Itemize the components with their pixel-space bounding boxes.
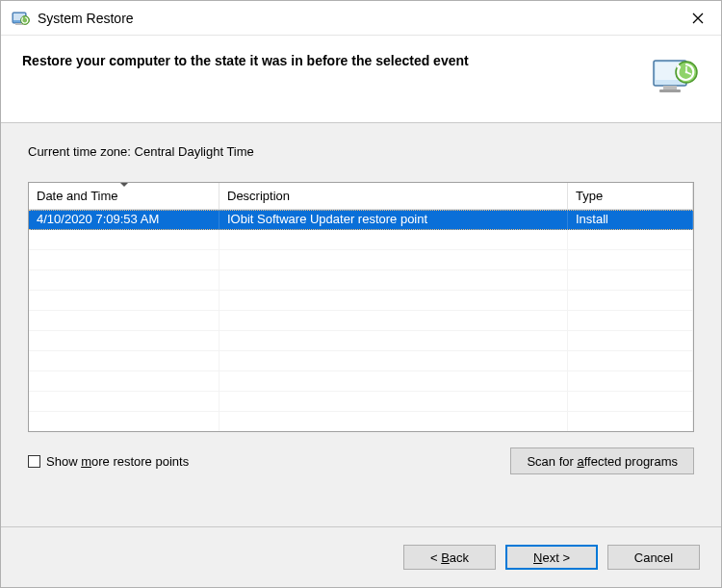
sort-descending-icon [119,182,129,187]
timezone-label: Current time zone: Central Daylight Time [28,144,694,159]
table-row [29,392,693,412]
table-row [29,371,693,392]
page-heading: Restore your computer to the state it wa… [22,53,640,68]
wizard-footer: < Back Next > Cancel [1,526,721,587]
table-row [29,412,693,431]
titlebar: System Restore [1,1,721,36]
table-row [29,351,693,371]
system-restore-icon [11,9,30,28]
table-row [29,270,693,291]
cancel-button[interactable]: Cancel [607,545,700,570]
window-title: System Restore [38,11,675,26]
back-button[interactable]: < Back [403,545,496,570]
table-row[interactable]: 4/10/2020 7:09:53 AM IObit Software Upda… [29,210,693,230]
svg-rect-6 [663,86,677,89]
column-header-type-label: Type [576,189,603,203]
next-button[interactable]: Next > [505,545,598,570]
checkbox-box-icon [28,455,40,468]
list-rows: 4/10/2020 7:09:53 AM IObit Software Upda… [29,210,693,431]
cell-date: 4/10/2020 7:09:53 AM [29,211,219,229]
column-header-description[interactable]: Description [219,183,568,209]
cell-type: Install [568,211,693,229]
show-more-checkbox[interactable]: Show more restore points [28,454,189,469]
close-button[interactable] [675,1,721,36]
table-row [29,291,693,311]
restore-points-list[interactable]: Date and Time Description Type 4/10/2020… [28,182,694,432]
restore-monitor-icon [650,53,700,103]
scan-affected-button[interactable]: Scan for affected programs [510,447,694,474]
wizard-body: Current time zone: Central Daylight Time… [1,123,721,526]
table-row [29,250,693,270]
wizard-header: Restore your computer to the state it wa… [1,36,721,123]
options-row: Show more restore points Scan for affect… [28,447,694,474]
table-row [29,311,693,331]
column-header-date-label: Date and Time [37,189,118,203]
column-header-desc-label: Description [227,189,290,203]
table-row [29,331,693,351]
list-header: Date and Time Description Type [29,183,693,210]
column-header-date[interactable]: Date and Time [29,183,219,209]
table-row [29,230,693,250]
show-more-label: Show more restore points [46,454,189,469]
cell-description: IObit Software Updater restore point [219,211,568,229]
svg-rect-7 [659,89,681,92]
column-header-type[interactable]: Type [568,183,693,209]
